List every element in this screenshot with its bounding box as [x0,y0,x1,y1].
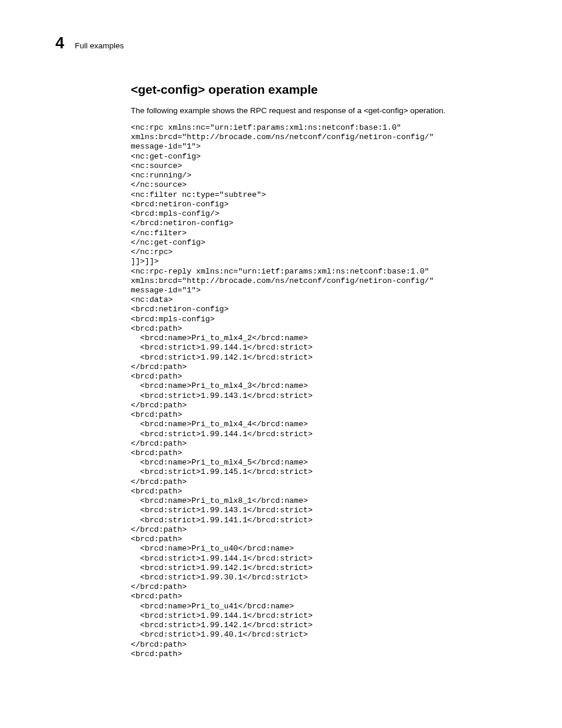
code-block: <nc:rpc xmlns:nc="urn:ietf:params:xml:ns… [131,123,508,659]
page-number: 4 [55,34,64,52]
section-intro: The following example shows the RPC requ… [131,106,508,115]
page-header: 4 Full examples [55,34,124,52]
header-section-title: Full examples [75,41,124,50]
page-content: <get-config> operation example The follo… [131,83,508,659]
section-heading: <get-config> operation example [131,83,508,97]
